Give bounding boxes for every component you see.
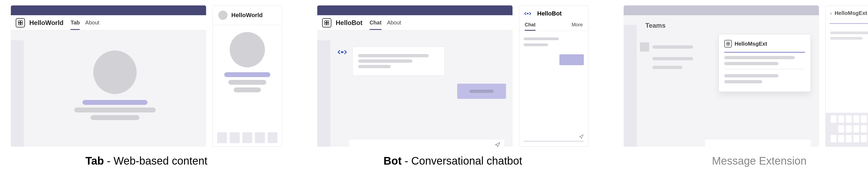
tab-chat[interactable]: Chat — [370, 16, 381, 30]
bot-desktop-window: HelloBot Chat About — [317, 5, 513, 147]
mobile-header: HelloWorld — [213, 6, 282, 25]
group-msgext: Teams HelloMsgExt — [624, 5, 868, 167]
list-item[interactable] — [640, 42, 710, 52]
mobile-tabs: Chat More — [519, 18, 588, 31]
mobile-body — [213, 25, 282, 129]
text-line — [358, 65, 391, 68]
svg-rect-7 — [327, 23, 329, 25]
svg-rect-15 — [728, 44, 730, 45]
result-line[interactable] — [724, 74, 778, 77]
caption-bot: Bot - Conversational chatbot — [383, 155, 522, 167]
tab-content — [24, 40, 206, 147]
mobile-nav — [213, 129, 282, 146]
nav-item[interactable] — [230, 132, 240, 143]
nav-item[interactable] — [242, 132, 252, 143]
caption-tab: Tab - Web-based content — [85, 155, 208, 167]
send-icon[interactable] — [579, 134, 584, 139]
bot-icon — [337, 47, 348, 57]
text-line — [358, 54, 429, 57]
msgext-popover: HelloMsgExt — [719, 34, 811, 92]
result-line[interactable] — [724, 62, 778, 65]
avatar-placeholder — [93, 51, 137, 94]
nav-item[interactable] — [217, 132, 227, 143]
svg-rect-2 — [19, 23, 20, 25]
list-item[interactable] — [640, 66, 710, 69]
search-underline[interactable] — [830, 23, 868, 24]
text-line — [228, 80, 266, 85]
bot-icon — [524, 9, 532, 18]
mobile-title: HelloWorld — [231, 12, 263, 19]
caption-msgext: Message Extension — [712, 155, 806, 167]
nav-item[interactable] — [255, 132, 265, 143]
svg-rect-4 — [325, 21, 327, 23]
text-line — [91, 115, 140, 120]
message-card — [352, 47, 445, 76]
tab-mobile-window: HelloWorld — [213, 5, 282, 147]
send-icon[interactable] — [495, 142, 501, 147]
svg-rect-0 — [19, 21, 20, 23]
msgext-desktop-window: Teams HelloMsgExt — [624, 5, 819, 147]
compose-box[interactable] — [349, 140, 504, 147]
search-underline[interactable] — [724, 52, 805, 53]
svg-point-9 — [342, 52, 343, 52]
titlebar — [11, 5, 206, 15]
text-line-accent — [83, 100, 148, 105]
text-line — [652, 45, 693, 49]
compose-box[interactable] — [524, 132, 584, 142]
group-tab: HelloWorld Tab About — [11, 5, 282, 167]
text-line — [652, 66, 682, 69]
app-title: HelloWorld — [29, 19, 63, 27]
mobile-chat — [519, 31, 588, 146]
compose-box[interactable] — [705, 140, 811, 147]
mobile-title: HelloBot — [537, 10, 562, 17]
text-line — [524, 37, 559, 40]
left-rail — [624, 25, 637, 147]
svg-point-11 — [528, 13, 528, 14]
text-line — [358, 59, 412, 63]
mobile-title: HelloMsgExt — [835, 10, 867, 16]
nav-item[interactable] — [268, 132, 277, 143]
titlebar — [624, 5, 819, 15]
tab-strip: Chat About — [370, 16, 401, 30]
left-rail — [317, 40, 330, 147]
topbar: HelloBot Chat About — [317, 15, 513, 30]
tab-more[interactable]: More — [571, 19, 583, 31]
user-message — [559, 54, 584, 65]
text-line — [652, 57, 693, 60]
result-line[interactable] — [724, 56, 795, 59]
result-line[interactable] — [830, 31, 868, 34]
list-item[interactable] — [640, 57, 710, 60]
titlebar — [317, 5, 513, 15]
team-avatar-icon — [640, 42, 649, 52]
text-line — [234, 87, 261, 92]
text-line — [469, 90, 494, 93]
mobile-header: HelloBot — [519, 6, 588, 18]
divider — [724, 69, 805, 69]
msgext-mobile-window: ‹ HelloMsgExt — [826, 5, 868, 147]
tab-desktop-window: HelloWorld Tab About — [11, 5, 206, 147]
text-line — [524, 44, 548, 46]
tab-tab[interactable]: Tab — [70, 16, 80, 30]
svg-rect-6 — [325, 23, 327, 25]
avatar-placeholder — [230, 32, 265, 67]
tab-about[interactable]: About — [85, 16, 99, 30]
teams-heading: Teams — [624, 15, 819, 32]
svg-rect-5 — [327, 21, 329, 23]
app-icon — [16, 18, 25, 27]
text-line — [74, 107, 156, 112]
back-icon[interactable]: ‹ — [830, 10, 832, 16]
app-icon — [322, 18, 331, 27]
result-line[interactable] — [724, 80, 762, 83]
soft-keyboard[interactable] — [826, 113, 868, 146]
app-title: HelloBot — [336, 19, 363, 27]
avatar-icon — [218, 10, 227, 20]
tab-chat[interactable]: Chat — [525, 19, 535, 31]
bot-message — [337, 47, 506, 76]
mobile-header: ‹ HelloMsgExt — [826, 6, 868, 19]
tab-strip: Tab About — [70, 16, 99, 30]
svg-rect-14 — [726, 44, 728, 45]
result-line[interactable] — [830, 37, 863, 40]
app-icon — [724, 40, 732, 48]
tab-about[interactable]: About — [387, 16, 401, 30]
bot-mobile-window: HelloBot Chat More — [519, 5, 588, 147]
